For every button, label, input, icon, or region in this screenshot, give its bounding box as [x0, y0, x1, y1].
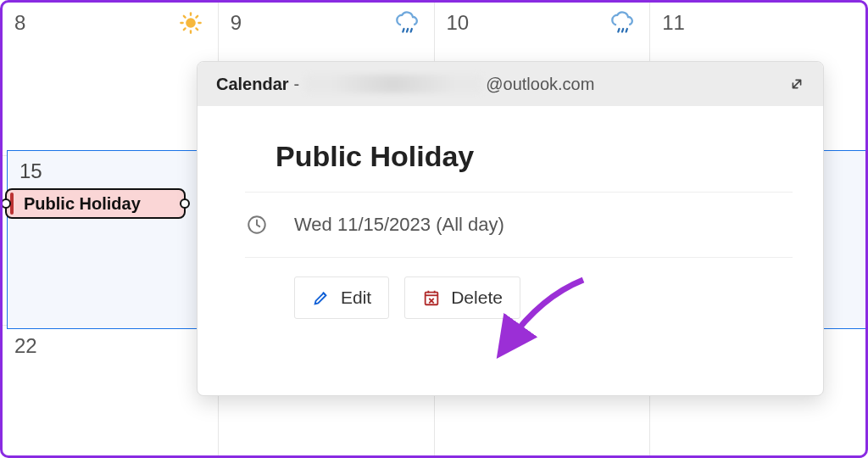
event-date-row: Wed 11/15/2023 (All day) — [245, 213, 793, 237]
popup-actions: Edit Delete — [294, 276, 793, 319]
event-date-text: Wed 11/15/2023 (All day) — [294, 214, 504, 236]
svg-line-14 — [626, 29, 627, 32]
day-number: 22 — [14, 334, 209, 358]
svg-line-7 — [184, 28, 186, 30]
svg-line-6 — [196, 28, 198, 30]
email-domain: @outlook.com — [486, 75, 594, 94]
calendar-delete-icon — [422, 288, 441, 307]
pencil-icon — [312, 288, 331, 307]
resize-handle-left[interactable] — [1, 198, 11, 209]
redacted-email-user — [304, 75, 482, 93]
svg-line-10 — [407, 29, 408, 32]
event-title: Public Holiday — [24, 194, 141, 214]
edit-label: Edit — [341, 288, 371, 308]
svg-rect-16 — [426, 293, 438, 305]
rain-icon — [610, 11, 634, 35]
day-cell[interactable]: 22 — [3, 326, 219, 455]
svg-line-9 — [403, 29, 403, 32]
svg-line-5 — [184, 16, 186, 18]
popup-body: Public Holiday Wed 11/15/2023 (All day) … — [198, 106, 823, 339]
svg-line-12 — [619, 29, 620, 32]
day-number: 11 — [662, 11, 857, 35]
rain-icon — [395, 11, 419, 35]
sun-icon — [179, 11, 203, 35]
expand-icon — [787, 75, 806, 93]
popup-header: Calendar - @outlook.com — [198, 62, 823, 106]
divider — [245, 257, 793, 258]
day-cell[interactable]: 8 — [3, 3, 219, 155]
svg-line-8 — [196, 16, 198, 18]
edit-button[interactable]: Edit — [294, 276, 389, 319]
svg-point-0 — [186, 18, 196, 28]
delete-button[interactable]: Delete — [404, 276, 520, 319]
event-popup: Calendar - @outlook.com Public Holiday W… — [197, 61, 824, 396]
clock-icon — [245, 213, 269, 237]
dash: - — [294, 75, 300, 94]
popup-calendar-label: Calendar — [216, 75, 289, 94]
calendar-event[interactable]: Public Holiday — [5, 188, 186, 219]
day-cell[interactable] — [3, 156, 219, 325]
popup-account: Calendar - @outlook.com — [216, 75, 594, 94]
divider — [245, 192, 793, 193]
svg-line-11 — [410, 29, 411, 32]
svg-line-13 — [622, 29, 623, 32]
resize-handle-right[interactable] — [180, 198, 190, 209]
event-title-heading: Public Holiday — [275, 140, 793, 173]
delete-label: Delete — [451, 288, 503, 308]
expand-button[interactable] — [786, 73, 808, 95]
